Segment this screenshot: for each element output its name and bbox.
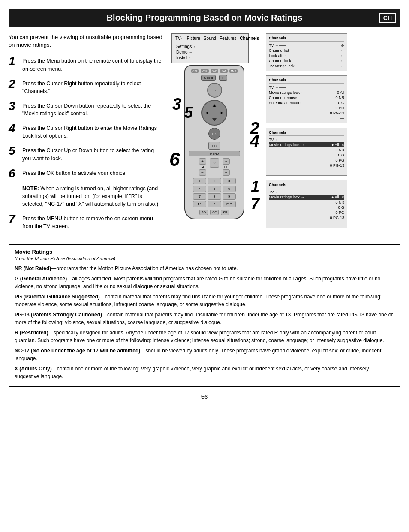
screen-2-row-movie-ratings: Movie ratings lock ←0 All xyxy=(269,90,344,95)
step-5-number: 5 xyxy=(9,145,18,157)
step-4: 4 Press the Cursor Right button to enter… xyxy=(9,123,163,140)
numpad: 1 2 3 4 5 6 7 8 9 10 0 PIP xyxy=(193,178,236,207)
btn-sat[interactable]: SAT xyxy=(220,69,227,73)
btn-5[interactable]: 5 xyxy=(208,186,221,192)
btn-9[interactable]: 9 xyxy=(223,193,236,200)
btn-6[interactable]: 6 xyxy=(223,186,236,192)
remote-wrapper: 5 3 2 4 6 1 7 CBL VCR DVD SAT AM xyxy=(184,65,244,219)
diagram-area: 5 3 2 4 6 1 7 CBL VCR DVD SAT AM xyxy=(171,65,257,219)
screen-4-row-dash: — xyxy=(269,220,344,225)
center-column: TV○ Picture Sound Features Channels Sett… xyxy=(171,33,257,236)
screen-3-row-tv: TV ←—— xyxy=(269,137,344,142)
menu-channels: Channels xyxy=(240,36,259,41)
step-1-text: Press the Menu button on the remote cont… xyxy=(22,55,163,72)
screen-4: Channels TV ←—— Movie ratings lock →● Al… xyxy=(266,180,347,228)
step-4-text: Press the Cursor Right button to enter t… xyxy=(22,123,163,140)
step-5-text: Press the Cursor Up or Down button to se… xyxy=(22,145,163,162)
btn-10[interactable]: 10 xyxy=(193,201,206,207)
step-4-number: 4 xyxy=(9,123,18,135)
screen-3-title: Channels xyxy=(269,130,344,136)
screen-1-title: Channels ............. xyxy=(269,36,344,42)
rating-pg13: PG-13 (Parents Strongly Cautioned)—conta… xyxy=(15,311,394,326)
screen-3-row-nr: 0 NR xyxy=(269,147,344,153)
rating-nr: NR (Not Rated)—programs that the Motion … xyxy=(15,264,394,272)
screen-4-title: Channels xyxy=(269,183,344,188)
screen-2-row-tv: TV ←—— xyxy=(269,85,344,90)
btn-h[interactable]: H xyxy=(219,75,227,81)
menu-sound: Sound xyxy=(204,36,216,41)
btn-pip[interactable]: PIP xyxy=(223,201,236,207)
screen-3: Channels TV ←—— Movie ratings lock →● Al… xyxy=(266,128,347,176)
screen-1-row-channel-list: Channel list← xyxy=(269,48,344,53)
btn-dvd[interactable]: DVD xyxy=(211,69,219,73)
step-5: 5 Press the Cursor Up or Down button to … xyxy=(9,145,163,162)
btn-kb[interactable]: KB xyxy=(221,210,229,215)
btn-ok[interactable]: OK xyxy=(208,128,220,140)
btn-4[interactable]: 4 xyxy=(193,186,206,192)
screen-3-row-movie-ratings: Movie ratings lock →● All 0 xyxy=(269,142,344,147)
page: Blocking Programming Based on Movie Rati… xyxy=(0,0,409,532)
btn-ch-down[interactable]: − xyxy=(223,169,230,176)
step-2-text: Press the Cursor Right button repeatedly… xyxy=(22,78,163,95)
tv-label: TV○ xyxy=(175,36,183,41)
step-3-number: 3 xyxy=(9,100,18,112)
btn-select[interactable]: Select xyxy=(201,75,216,81)
menu-features: Features xyxy=(220,36,236,41)
screen-1: Channels ............. TV ←——⊙ Channel l… xyxy=(266,33,347,71)
screen-4-row-nr: 0 NR xyxy=(269,200,344,205)
screen-2-row-pg: 0 PG xyxy=(269,105,344,111)
remote-body: CBL VCR DVD SAT AMP Select H xyxy=(184,65,244,219)
screen-1-row-tv: TV ←——⊙ xyxy=(269,43,344,48)
screen-4-row-pg13: 0 PG-13 xyxy=(269,215,344,220)
step-6-number: 6 xyxy=(9,168,18,180)
btn-power[interactable]: ○ xyxy=(207,83,222,98)
screen-1-row-lock-after: Lock after← xyxy=(269,53,344,58)
btn-1[interactable]: 1 xyxy=(193,178,206,184)
step-1-number: 1 xyxy=(9,55,18,67)
screen-2: Channels TV ←—— Movie ratings lock ←0 Al… xyxy=(266,75,347,123)
screen-4-row-g: 0 G xyxy=(269,205,344,210)
screen-3-row-pg13: 0 PG-13 xyxy=(269,163,344,168)
ratings-title: Movie Ratings xyxy=(15,249,394,255)
btn-3[interactable]: 3 xyxy=(223,178,236,184)
screen-4-row-tv: TV ←—— xyxy=(269,189,344,195)
menu-install: Install ← xyxy=(175,55,245,60)
rating-nc17: NC-17 (No one under the age of 17 will b… xyxy=(15,347,394,362)
screen-2-row-pg13: 0 PG-13 xyxy=(269,111,344,116)
btn-8[interactable]: 8 xyxy=(208,193,221,200)
btn-cc2[interactable]: CC xyxy=(210,210,219,215)
intro-text: You can prevent the viewing of unsuitabl… xyxy=(9,33,163,49)
step-7: 7 Press the MENU button to remove the on… xyxy=(9,213,163,230)
btn-0[interactable]: 0 xyxy=(208,201,221,207)
btn-vol-down[interactable]: − xyxy=(199,169,206,176)
btn-2[interactable]: 2 xyxy=(208,178,221,184)
screen-4-row-movie-ratings: Movie ratings lock →● All 0 xyxy=(269,195,344,200)
btn-7[interactable]: 7 xyxy=(193,193,206,200)
dpad[interactable]: ▲ ▼ ◄ ► xyxy=(201,100,227,126)
btn-vol-up[interactable]: + xyxy=(199,158,206,165)
rating-g: G (General Audience)—all ages admitted. … xyxy=(15,275,394,290)
btn-ch-up[interactable]: + xyxy=(223,158,230,165)
ch-badge: CH xyxy=(379,13,396,23)
screen-1-row-channel-lock: Channel lock← xyxy=(269,58,344,63)
screen-3-row-pg: 0 PG xyxy=(269,158,344,163)
bottom-buttons: AD CC KB xyxy=(189,210,240,215)
step-overlay-3: 3 xyxy=(172,95,181,114)
btn-cbl[interactable]: CBL xyxy=(191,69,199,73)
step-overlay-7: 7 xyxy=(251,195,259,213)
btn-cc[interactable]: CC xyxy=(208,142,220,150)
step-2: 2 Press the Cursor Right button repeated… xyxy=(9,78,163,95)
btn-menu[interactable]: MENU xyxy=(189,151,240,156)
step-2-number: 2 xyxy=(9,78,18,90)
rating-r: R (Restricted)—specifically designed for… xyxy=(15,329,394,344)
btn-vcr[interactable]: VCR xyxy=(201,69,209,73)
menu-picture: Picture xyxy=(187,36,200,41)
btn-amp[interactable]: AMP xyxy=(229,69,238,73)
step-6: 6 Press the OK button to activate your c… xyxy=(9,168,163,208)
btn-fav[interactable]: ☆ xyxy=(210,158,219,168)
screen-3-row-g: 0 G xyxy=(269,153,344,158)
remote-top-bar: CBL VCR DVD SAT AMP xyxy=(189,69,240,73)
step-overlay-2: 2 xyxy=(250,119,259,138)
btn-ad[interactable]: AD xyxy=(199,210,208,215)
screen-1-row-tv-ratings-lock: TV ratings lock← xyxy=(269,63,344,69)
